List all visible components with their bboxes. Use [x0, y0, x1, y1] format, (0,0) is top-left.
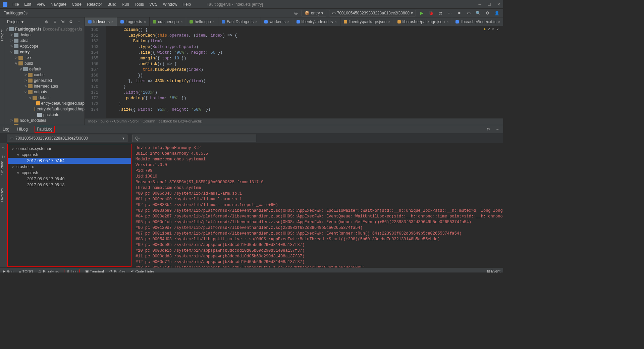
structure-tool-tab[interactable]: Structure [0, 161, 7, 185]
menu-navigate[interactable]: Navigate [48, 1, 69, 8]
fault-tree-item[interactable]: vcppcrash [8, 170, 131, 176]
titlebar: FileEditViewNavigateCodeRefactorBuildRun… [0, 0, 503, 9]
editor-tab[interactable]: libcrasher\index.d.ts× [452, 17, 503, 26]
target-icon[interactable]: ◎ [293, 10, 299, 16]
tree-item[interactable]: ventry [4, 49, 85, 55]
profile-icon[interactable]: ◔ [437, 10, 443, 16]
fault-tree[interactable]: vcom.ohos.systemuivcppcrash2017-08-05 17… [7, 144, 131, 267]
crosshair-icon[interactable]: ⊕ [44, 19, 50, 25]
editor-tab[interactable]: hello.cpp× [186, 17, 218, 26]
bottom-log[interactable]: 🗎 Log [64, 269, 80, 273]
log-device-dropdown[interactable]: ▭ 70010054583239333228a013ce2f33800▾ [7, 135, 127, 142]
tree-item[interactable]: >cache [4, 72, 85, 78]
menu-file[interactable]: File [10, 1, 21, 8]
tree-item[interactable]: vdefault [4, 66, 85, 72]
editor-breadcrumb[interactable]: Index › build() › Column › Scroll › Colu… [85, 118, 503, 125]
run-config-module[interactable]: 📦 entry ▾ [302, 10, 326, 16]
tree-item[interactable]: >intermediates [4, 83, 85, 89]
tree-root[interactable]: vFaultloggerJs D:\code\FaultloggerJs [4, 26, 85, 32]
refresh-icon[interactable]: ⟳ [2, 146, 5, 151]
tree-item[interactable]: entry-default-unsigned.hap [4, 106, 85, 112]
hide-icon[interactable]: − [76, 19, 82, 25]
menu-tools[interactable]: Tools [132, 1, 146, 8]
attach-icon[interactable]: ⋯ [447, 10, 453, 16]
menu-edit[interactable]: Edit [22, 1, 34, 8]
bottom-terminal[interactable]: ▣ Terminal [85, 269, 104, 272]
close-icon[interactable]: ✕ [497, 2, 500, 7]
editor-tab[interactable]: Logger.ts× [117, 17, 150, 26]
fault-tree-item[interactable]: 2017-08-05 17:07:54 [8, 158, 131, 164]
tree-item[interactable]: >.idea [4, 38, 85, 43]
fault-tree-item[interactable]: vcppcrash [8, 152, 131, 158]
gear-icon[interactable]: ⚙ [68, 19, 74, 25]
tree-item[interactable]: pack.info [4, 112, 85, 117]
bottom-problems[interactable]: ⚠ Problems [38, 269, 58, 272]
menu-build[interactable]: Build [105, 1, 119, 8]
favorites-tool-tab[interactable]: Favorites [0, 188, 7, 212]
bottom-run[interactable]: ▶ Run [3, 269, 13, 272]
tree-item[interactable]: >.hvigor [4, 32, 85, 38]
fault-output[interactable]: Device info:OpenHarmony 3.2 Build info:O… [132, 143, 503, 267]
expand-icon[interactable]: ⇲ [60, 19, 66, 25]
log-settings-icon[interactable]: ⚙ [485, 126, 491, 132]
bottom-todo[interactable]: ≡ TODO [19, 269, 33, 273]
menu-vcs[interactable]: VCS [147, 1, 160, 8]
log-hide-icon[interactable]: − [494, 126, 500, 132]
debug-icon[interactable]: 🐞 [428, 10, 434, 16]
menu-run[interactable]: Run [119, 1, 131, 8]
code-editor[interactable]: ▲2 ^ ∨ 160161162163164165166167168169170… [85, 26, 503, 118]
tree-item[interactable]: >node_modules [4, 117, 85, 123]
editor-tabs: Index.ets×Logger.ts×crasher.cpp×hello.cp… [85, 17, 503, 26]
tree-item[interactable]: >generated [4, 78, 85, 83]
maximize-icon[interactable]: ☐ [487, 2, 491, 7]
stop-icon[interactable]: ■ [456, 10, 462, 16]
tree-item[interactable]: vbuild [4, 60, 85, 66]
tree-item[interactable]: >src [4, 123, 85, 125]
menu-window[interactable]: Window [161, 1, 180, 8]
project-tree[interactable]: vFaultloggerJs D:\code\FaultloggerJs>.hv… [4, 26, 85, 125]
project-tool-tab[interactable]: Project [0, 28, 4, 43]
menu-code[interactable]: Code [69, 1, 84, 8]
fault-tree-item[interactable]: 2017-08-05 17:05:18 [8, 182, 131, 188]
bottom-profiler[interactable]: ◔ Profiler [109, 269, 126, 272]
fault-tree-item[interactable]: vcrasher_c [8, 164, 131, 170]
window-title: FaultloggerJs - Index.ets [entry] [193, 2, 478, 7]
menu-refactor[interactable]: Refactor [85, 1, 104, 8]
fault-tree-item[interactable]: vcom.ohos.systemui [8, 146, 131, 152]
editor-tab[interactable]: libcrasher\package.json× [394, 17, 452, 26]
search-icon[interactable]: 🔍 [475, 10, 481, 16]
project-breadcrumb[interactable]: FaultloggerJs [3, 11, 28, 15]
tree-item[interactable]: vdefault [4, 95, 85, 100]
tree-item[interactable]: >.cxx [4, 55, 85, 60]
inspection-badge[interactable]: ▲2 ^ ∨ [483, 27, 498, 31]
main-menu: FileEditViewNavigateCodeRefactorBuildRun… [10, 1, 193, 8]
collapse-icon[interactable]: ≡ [52, 19, 58, 25]
code-content[interactable]: Column() { LazyForEach(this.operates, (i… [106, 26, 503, 118]
minimize-icon[interactable]: ─ [478, 2, 481, 7]
bottom-code-linter[interactable]: ✔ Code Linter [131, 269, 154, 272]
tree-item[interactable]: >AppScope [4, 43, 85, 49]
settings-icon[interactable]: ⚙ [484, 10, 490, 16]
event-log-button[interactable]: ⊟ Event [487, 269, 500, 272]
tree-item[interactable]: voutputs [4, 89, 85, 95]
run-icon[interactable]: ▶ [419, 10, 425, 16]
menu-view[interactable]: View [34, 1, 48, 8]
editor-tab[interactable]: FaultDialog.ets× [218, 17, 261, 26]
main-area: Project Project ▾ ⊕ ≡ ⇲ ⚙ − vFaultlogger… [0, 17, 503, 125]
fault-tree-item[interactable]: 2017-08-05 17:06:40 [8, 176, 131, 182]
log-tab-faultlog[interactable]: FaultLog [35, 126, 55, 133]
editor-tab[interactable]: Index.ets× [85, 17, 117, 26]
run-config-device[interactable]: ▭ 70010054583239333228a013ce2f33800 ▾ [329, 10, 416, 16]
editor-tab[interactable]: crasher.cpp× [150, 17, 186, 26]
log-tab-hilog[interactable]: HiLog [15, 126, 30, 133]
editor-tab[interactable]: worker.ts× [261, 17, 293, 26]
notifications-icon[interactable]: 👤 [494, 10, 500, 16]
menu-help[interactable]: Help [180, 1, 193, 8]
editor-tab[interactable]: libentry\index.d.ts× [293, 17, 340, 26]
editor-tab[interactable]: libentry\package.json× [340, 17, 394, 26]
app-logo-icon [3, 2, 7, 7]
log-search-input[interactable]: Q- [132, 135, 256, 142]
device-icon[interactable]: ▭ [466, 10, 472, 16]
log-panel: Log: HiLog FaultLog ⚙ − ▭ 70010054583239… [0, 125, 503, 267]
tree-item[interactable]: entry-default-signed.hap [4, 100, 85, 106]
